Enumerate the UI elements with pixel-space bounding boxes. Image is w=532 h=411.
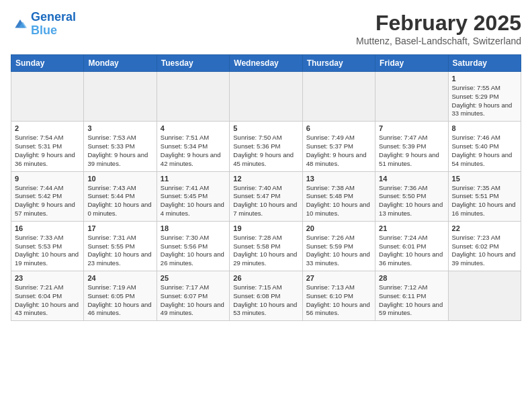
day-number: 19 xyxy=(233,224,298,232)
day-info: Sunrise: 7:31 AM Sunset: 5:55 PM Dayligh… xyxy=(87,234,152,268)
logo-icon xyxy=(12,17,28,31)
day-info: Sunrise: 7:17 AM Sunset: 6:07 PM Dayligh… xyxy=(161,283,226,318)
day-number: 2 xyxy=(15,124,80,132)
day-cell: 12Sunrise: 7:40 AM Sunset: 5:47 PM Dayli… xyxy=(230,171,302,221)
day-cell: 6Sunrise: 7:49 AM Sunset: 5:37 PM Daylig… xyxy=(302,122,375,171)
day-cell: 27Sunrise: 7:13 AM Sunset: 6:10 PM Dayli… xyxy=(302,271,375,321)
day-info: Sunrise: 7:23 AM Sunset: 6:02 PM Dayligh… xyxy=(452,234,517,268)
weekday-header-saturday: Saturday xyxy=(448,55,521,72)
weekday-header-friday: Friday xyxy=(375,55,448,72)
day-number: 5 xyxy=(233,124,298,132)
week-row-5: 23Sunrise: 7:21 AM Sunset: 6:04 PM Dayli… xyxy=(11,271,521,321)
day-cell xyxy=(375,72,448,122)
day-info: Sunrise: 7:13 AM Sunset: 6:10 PM Dayligh… xyxy=(306,283,371,318)
day-number: 9 xyxy=(15,175,80,183)
day-info: Sunrise: 7:26 AM Sunset: 5:59 PM Dayligh… xyxy=(306,234,371,268)
day-info: Sunrise: 7:41 AM Sunset: 5:45 PM Dayligh… xyxy=(161,184,226,218)
day-number: 3 xyxy=(87,124,152,132)
weekday-header-monday: Monday xyxy=(84,55,157,72)
day-info: Sunrise: 7:46 AM Sunset: 5:40 PM Dayligh… xyxy=(452,134,517,168)
day-info: Sunrise: 7:53 AM Sunset: 5:33 PM Dayligh… xyxy=(87,134,152,168)
day-info: Sunrise: 7:21 AM Sunset: 6:04 PM Dayligh… xyxy=(15,283,80,318)
day-cell xyxy=(11,72,84,122)
day-cell: 24Sunrise: 7:19 AM Sunset: 6:05 PM Dayli… xyxy=(84,271,157,321)
day-number: 7 xyxy=(379,124,444,132)
day-number: 16 xyxy=(15,224,80,232)
day-cell: 18Sunrise: 7:30 AM Sunset: 5:56 PM Dayli… xyxy=(157,221,229,271)
location: Muttenz, Basel-Landschaft, Switzerland xyxy=(356,36,521,46)
day-cell: 22Sunrise: 7:23 AM Sunset: 6:02 PM Dayli… xyxy=(448,221,521,271)
day-cell: 10Sunrise: 7:43 AM Sunset: 5:44 PM Dayli… xyxy=(84,171,157,221)
day-number: 13 xyxy=(306,175,371,183)
day-cell: 3Sunrise: 7:53 AM Sunset: 5:33 PM Daylig… xyxy=(84,122,157,171)
day-info: Sunrise: 7:47 AM Sunset: 5:39 PM Dayligh… xyxy=(379,134,444,168)
logo-line1: General xyxy=(31,10,76,24)
day-info: Sunrise: 7:30 AM Sunset: 5:56 PM Dayligh… xyxy=(161,234,226,268)
day-cell: 14Sunrise: 7:36 AM Sunset: 5:50 PM Dayli… xyxy=(375,171,448,221)
day-number: 11 xyxy=(161,175,226,183)
weekday-header-row: SundayMondayTuesdayWednesdayThursdayFrid… xyxy=(11,55,521,72)
day-info: Sunrise: 7:36 AM Sunset: 5:50 PM Dayligh… xyxy=(379,184,444,218)
day-info: Sunrise: 7:24 AM Sunset: 6:01 PM Dayligh… xyxy=(379,234,444,268)
day-number: 20 xyxy=(306,224,371,232)
day-cell xyxy=(230,72,302,122)
day-cell xyxy=(84,72,157,122)
day-number: 24 xyxy=(87,274,152,282)
day-number: 21 xyxy=(379,224,444,232)
day-number: 23 xyxy=(15,274,80,282)
day-number: 27 xyxy=(306,274,371,282)
logo-line2: Blue xyxy=(31,24,57,37)
day-cell xyxy=(157,72,229,122)
day-cell: 7Sunrise: 7:47 AM Sunset: 5:39 PM Daylig… xyxy=(375,122,448,171)
weekday-header-sunday: Sunday xyxy=(11,55,84,72)
day-info: Sunrise: 7:40 AM Sunset: 5:47 PM Dayligh… xyxy=(233,184,298,218)
day-number: 28 xyxy=(379,274,444,282)
day-number: 10 xyxy=(87,175,152,183)
day-cell: 17Sunrise: 7:31 AM Sunset: 5:55 PM Dayli… xyxy=(84,221,157,271)
day-number: 25 xyxy=(161,274,226,282)
logo: General Blue xyxy=(11,11,76,38)
day-cell: 11Sunrise: 7:41 AM Sunset: 5:45 PM Dayli… xyxy=(157,171,229,221)
day-number: 15 xyxy=(452,175,517,183)
weekday-header-wednesday: Wednesday xyxy=(230,55,302,72)
day-cell: 8Sunrise: 7:46 AM Sunset: 5:40 PM Daylig… xyxy=(448,122,521,171)
day-number: 6 xyxy=(306,124,371,132)
day-number: 18 xyxy=(161,224,226,232)
day-info: Sunrise: 7:19 AM Sunset: 6:05 PM Dayligh… xyxy=(87,283,152,318)
day-cell xyxy=(448,271,521,321)
day-number: 14 xyxy=(379,175,444,183)
day-cell xyxy=(302,72,375,122)
day-info: Sunrise: 7:28 AM Sunset: 5:58 PM Dayligh… xyxy=(233,234,298,268)
day-info: Sunrise: 7:43 AM Sunset: 5:44 PM Dayligh… xyxy=(87,184,152,218)
page-header: General Blue February 2025 Muttenz, Base… xyxy=(11,11,521,46)
week-row-4: 16Sunrise: 7:33 AM Sunset: 5:53 PM Dayli… xyxy=(11,221,521,271)
week-row-2: 2Sunrise: 7:54 AM Sunset: 5:31 PM Daylig… xyxy=(11,122,521,171)
day-number: 4 xyxy=(161,124,226,132)
day-number: 8 xyxy=(452,124,517,132)
day-cell: 13Sunrise: 7:38 AM Sunset: 5:48 PM Dayli… xyxy=(302,171,375,221)
day-cell: 1Sunrise: 7:55 AM Sunset: 5:29 PM Daylig… xyxy=(448,72,521,122)
day-info: Sunrise: 7:15 AM Sunset: 6:08 PM Dayligh… xyxy=(233,283,298,318)
day-cell: 5Sunrise: 7:50 AM Sunset: 5:36 PM Daylig… xyxy=(230,122,302,171)
calendar-table: SundayMondayTuesdayWednesdayThursdayFrid… xyxy=(11,54,521,321)
day-info: Sunrise: 7:38 AM Sunset: 5:48 PM Dayligh… xyxy=(306,184,371,218)
day-cell: 15Sunrise: 7:35 AM Sunset: 5:51 PM Dayli… xyxy=(448,171,521,221)
day-info: Sunrise: 7:49 AM Sunset: 5:37 PM Dayligh… xyxy=(306,134,371,168)
day-number: 12 xyxy=(233,175,298,183)
day-cell: 21Sunrise: 7:24 AM Sunset: 6:01 PM Dayli… xyxy=(375,221,448,271)
day-cell: 23Sunrise: 7:21 AM Sunset: 6:04 PM Dayli… xyxy=(11,271,84,321)
day-cell: 2Sunrise: 7:54 AM Sunset: 5:31 PM Daylig… xyxy=(11,122,84,171)
week-row-1: 1Sunrise: 7:55 AM Sunset: 5:29 PM Daylig… xyxy=(11,72,521,122)
day-cell: 19Sunrise: 7:28 AM Sunset: 5:58 PM Dayli… xyxy=(230,221,302,271)
day-number: 22 xyxy=(452,224,517,232)
month-title: February 2025 xyxy=(356,11,521,36)
weekday-header-thursday: Thursday xyxy=(302,55,375,72)
day-info: Sunrise: 7:12 AM Sunset: 6:11 PM Dayligh… xyxy=(379,283,444,318)
day-cell: 20Sunrise: 7:26 AM Sunset: 5:59 PM Dayli… xyxy=(302,221,375,271)
day-info: Sunrise: 7:35 AM Sunset: 5:51 PM Dayligh… xyxy=(452,184,517,218)
day-cell: 9Sunrise: 7:44 AM Sunset: 5:42 PM Daylig… xyxy=(11,171,84,221)
day-cell: 25Sunrise: 7:17 AM Sunset: 6:07 PM Dayli… xyxy=(157,271,229,321)
title-block: February 2025 Muttenz, Basel-Landschaft,… xyxy=(356,11,521,46)
day-cell: 28Sunrise: 7:12 AM Sunset: 6:11 PM Dayli… xyxy=(375,271,448,321)
week-row-3: 9Sunrise: 7:44 AM Sunset: 5:42 PM Daylig… xyxy=(11,171,521,221)
